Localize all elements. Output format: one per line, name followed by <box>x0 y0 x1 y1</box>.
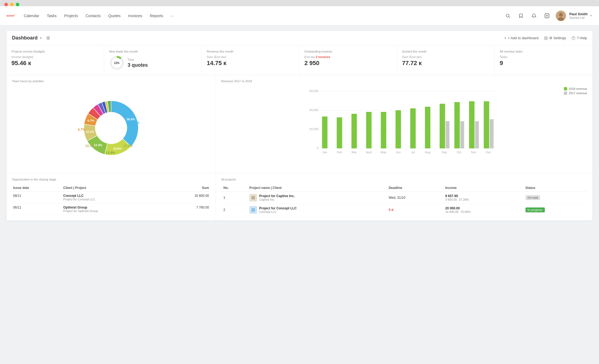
nav-projects[interactable]: Projects <box>64 13 78 19</box>
projects-panel: All projects No. Project name | Client D… <box>216 173 592 221</box>
close-button[interactable] <box>4 3 8 6</box>
table-row: 2 Project for Concept LLC Concept LLC <box>221 204 587 216</box>
search-icon[interactable] <box>503 11 512 20</box>
opp-sum-1: 7 760.00 <box>164 203 210 215</box>
nav-items: Calendar Tasks Projects Contacts Quotes … <box>24 13 503 19</box>
nav-quotes[interactable]: Quotes <box>108 13 121 19</box>
svg-text:May: May <box>381 151 386 154</box>
logo-accent: ° <box>14 14 15 17</box>
proj-status-1: In progress <box>523 204 587 216</box>
bar-chart-svg: 60,000 40,000 20,000 0 <box>221 87 587 158</box>
svg-line-1 <box>509 17 510 18</box>
settings-label: ⚙ Settings <box>549 36 566 40</box>
team-hours-panel: Team hours by activities 36.9%16 <box>7 75 216 173</box>
svg-text:36.9%: 36.9% <box>130 121 139 125</box>
svg-text:16.8%: 16.8% <box>113 147 121 150</box>
add-icon-small: + <box>504 36 506 40</box>
legend-dot-2018 <box>564 87 567 90</box>
svg-point-0 <box>506 14 509 17</box>
filter-icon[interactable]: ⊞ <box>46 35 50 41</box>
maximize-button[interactable] <box>16 3 19 6</box>
navbar: scoro° Calendar Tasks Projects Contacts … <box>0 6 599 25</box>
svg-text:Aug: Aug <box>425 151 430 154</box>
invoices-highlight: 2 invoices <box>316 55 330 59</box>
window-chrome <box>0 0 599 6</box>
logo-text: scoro <box>7 14 14 17</box>
dashboard-title: Dashboard ▼ ⊞ <box>12 35 50 41</box>
proj-status-0: On hold <box>523 192 587 204</box>
status-badge-1: In progress <box>525 207 545 212</box>
kpi-new-leads: New leads this month 12% Total 3 quotes <box>104 45 202 75</box>
opp-date-0: 08/11 <box>12 192 62 203</box>
table-row: 06/11 Optimist Group Project for Optimis… <box>12 203 210 215</box>
proj-col-income: Income <box>443 184 523 192</box>
dashboard-dropdown-icon[interactable]: ▼ <box>39 36 42 40</box>
kpi-sublabel-0: Income (budget) <box>11 55 99 59</box>
legend-2018: 2018 revenue <box>564 87 587 90</box>
projects-title: All projects <box>221 178 587 181</box>
nav-calendar[interactable]: Calendar <box>24 13 39 19</box>
proj-income-0: 9 657.90 3 600.00 37.28% <box>443 192 523 204</box>
kpi-sublabel-3: Excl tax 2 invoices <box>304 55 392 59</box>
svg-rect-31 <box>322 117 327 148</box>
project-name-text-0: Project for Captive Inc. <box>259 194 295 198</box>
svg-text:60,000: 60,000 <box>309 89 319 93</box>
svg-text:36.9%: 36.9% <box>127 118 135 121</box>
svg-rect-42 <box>460 121 464 148</box>
proj-name-cell-0: Project for Captive Inc. Captive Inc. <box>247 192 387 204</box>
kpi-label-1: New leads this month <box>109 50 197 53</box>
kpi-value-5: 9 <box>500 60 588 67</box>
proj-no-0: 1 <box>221 192 247 204</box>
opp-sum-0: 10 800.00 <box>164 192 210 203</box>
help-button[interactable]: ? Help <box>572 36 587 40</box>
kpi-label-2: Revenue this month <box>207 50 294 53</box>
status-badge-0: On hold <box>525 195 540 200</box>
project-client-0: Captive Inc. <box>259 198 295 201</box>
kpi-projects-income: Projects income (budget) Income (budget)… <box>7 45 104 75</box>
kpi-row: Projects income (budget) Income (budget)… <box>7 45 592 75</box>
svg-text:Nov: Nov <box>471 151 476 154</box>
user-dropdown[interactable]: Paul Smith Sunrise Ltd ▼ <box>556 11 592 21</box>
project-name-text-1: Project for Concept LLC <box>259 206 297 210</box>
nav-more[interactable]: ··· <box>171 13 174 19</box>
add-icon[interactable] <box>543 11 551 20</box>
svg-text:6.7%: 6.7% <box>78 128 85 131</box>
project-client-1: Concept LLC <box>259 210 297 213</box>
nav-tasks[interactable]: Tasks <box>47 13 57 19</box>
kpi-value-3: 2 950 <box>304 60 392 67</box>
dashboard-container: Dashboard ▼ ⊞ + + Add to dashboard ⚙ Set… <box>7 31 592 221</box>
legend-dot-2017 <box>564 91 567 95</box>
user-chevron-icon: ▼ <box>590 14 592 17</box>
nav-invoices[interactable]: Invoices <box>128 13 142 19</box>
income-primary-0: 9 657.90 <box>445 194 521 198</box>
svg-rect-32 <box>337 117 342 148</box>
svg-text:6.7%: 6.7% <box>87 119 94 122</box>
table-row: 08/11 Concept LLC Project for Concept LL… <box>12 192 210 203</box>
proj-col-no: No. <box>221 184 247 192</box>
bookmark-icon[interactable] <box>517 11 525 20</box>
svg-rect-41 <box>454 102 460 148</box>
svg-text:Jun: Jun <box>396 151 401 154</box>
bar-chart-container: 2018 revenue 2017 revenue 60,000 40,000 … <box>221 87 587 159</box>
user-info: Paul Smith Sunrise Ltd <box>569 12 588 19</box>
proj-col-deadline: Deadline <box>386 184 443 192</box>
add-label: + Add to dashboard <box>508 36 539 40</box>
proj-col-status: Status <box>523 184 587 192</box>
svg-rect-46 <box>490 119 493 148</box>
nav-reports[interactable]: Reports <box>150 13 163 19</box>
minimize-button[interactable] <box>10 3 14 6</box>
svg-text:Sep: Sep <box>441 151 447 154</box>
proj-deadline-0: Wed, 31/10 <box>386 192 443 204</box>
svg-rect-60 <box>252 208 255 212</box>
svg-text:Feb: Feb <box>337 151 342 154</box>
settings-button[interactable]: ⚙ Settings <box>544 36 566 40</box>
svg-text:April: April <box>366 151 372 154</box>
donut-wrapper: 36.9%16.8%13.4%10.1%6.7% 36.9% 16.8% 13.… <box>12 87 210 169</box>
nav-actions: Paul Smith Sunrise Ltd ▼ <box>503 11 592 21</box>
svg-text:Dec: Dec <box>486 151 491 154</box>
notifications-icon[interactable] <box>530 11 538 20</box>
svg-rect-59 <box>252 196 255 199</box>
nav-contacts[interactable]: Contacts <box>85 13 100 19</box>
logo[interactable]: scoro° <box>7 14 15 17</box>
add-to-dashboard-button[interactable]: + + Add to dashboard <box>504 36 539 40</box>
